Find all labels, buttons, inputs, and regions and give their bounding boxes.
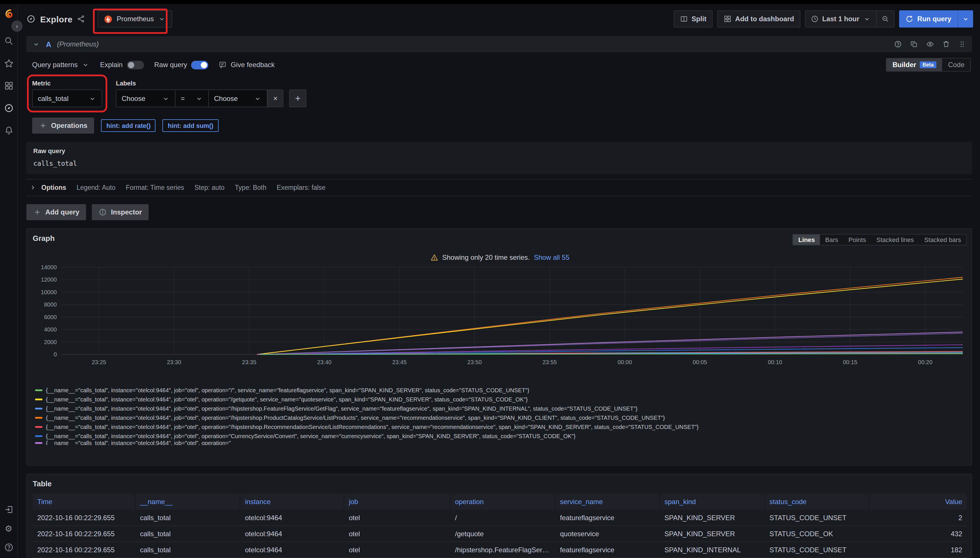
query-help-icon[interactable] <box>894 40 902 48</box>
graph-mode-stacked-bars[interactable]: Stacked bars <box>919 235 966 245</box>
sidebar-expand-button[interactable]: › <box>12 21 22 31</box>
option-exemplars: Exemplars: false <box>277 184 326 191</box>
column-header-time[interactable]: Time <box>33 494 135 510</box>
hide-response-eye-icon[interactable] <box>926 40 934 48</box>
remove-label-filter-button[interactable]: × <box>267 89 283 107</box>
show-all-series-link[interactable]: Show all 55 <box>534 253 569 261</box>
legend-item[interactable]: {__name__="calls_total", instance="otelc… <box>35 404 967 413</box>
option-legend: Legend: Auto <box>77 184 116 191</box>
settings-gear-icon[interactable]: ⚙ <box>5 524 13 533</box>
graph-mode-switcher: LinesBarsPointsStacked linesStacked bars <box>793 234 967 245</box>
legend-item[interactable]: {__name__="calls_total", instance="otelc… <box>35 413 967 422</box>
add-operation-button[interactable]: Operations <box>32 118 94 134</box>
legend-item[interactable]: {__name__="calls_total", instance="otelc… <box>35 422 967 431</box>
add-query-button[interactable]: Add query <box>26 204 86 220</box>
search-icon[interactable] <box>4 36 13 46</box>
feedback-comment-icon <box>219 61 227 69</box>
explain-switch[interactable] <box>127 61 144 69</box>
column-header-instance[interactable]: instance <box>240 494 344 510</box>
raw-query-switch[interactable] <box>191 61 208 69</box>
label-value-select[interactable]: Choose <box>208 89 267 107</box>
run-query-dropdown[interactable] <box>958 10 973 28</box>
give-feedback-link[interactable]: Give feedback <box>219 61 275 69</box>
dashboards-icon[interactable] <box>4 81 13 90</box>
help-icon[interactable] <box>4 543 13 552</box>
table-cell: featureflagservice <box>556 542 660 558</box>
column-header-status_code[interactable]: status_code <box>765 494 869 510</box>
grafana-explore-page: ⚙ › Explore Prometheus Split <box>0 0 980 558</box>
zoom-out-icon <box>881 15 889 23</box>
column-header-span_kind[interactable]: span_kind <box>660 494 765 510</box>
drag-handle-icon[interactable] <box>958 40 966 48</box>
option-format: Format: Time series <box>126 184 184 191</box>
legend-item[interactable]: {__name__="calls_total", instance="otelc… <box>35 395 967 404</box>
column-header-job[interactable]: job <box>344 494 451 510</box>
run-query-button[interactable]: Run query <box>899 10 973 28</box>
options-collapse[interactable]: Options <box>29 184 66 192</box>
datasource-picker[interactable]: Prometheus <box>98 10 172 28</box>
legend-label: {__name__="calls_total", instance="otelc… <box>46 387 529 393</box>
time-range-value[interactable]: Last 1 hour <box>806 11 876 27</box>
duplicate-query-icon[interactable] <box>910 40 918 48</box>
tab-builder[interactable]: Builder Beta <box>887 59 942 71</box>
metric-field-label: Metric <box>32 80 102 87</box>
table-cell: quoteservice <box>556 526 660 542</box>
remove-query-trash-icon[interactable] <box>942 40 950 48</box>
column-header-value[interactable]: Value <box>869 494 967 510</box>
legend-item[interactable]: {__name__="calls_total", instance="otelc… <box>35 386 967 395</box>
table-cell: calls_total <box>135 510 240 525</box>
query-patterns-dropdown[interactable]: Query patterns <box>32 61 90 69</box>
grafana-logo-icon[interactable] <box>3 8 14 20</box>
label-name-select[interactable]: Choose <box>116 89 175 107</box>
share-icon[interactable] <box>77 15 85 23</box>
sidebar: ⚙ <box>0 4 18 558</box>
table-panel-title: Table <box>33 479 967 488</box>
column-header-__name__[interactable]: __name__ <box>135 494 240 510</box>
legend-item[interactable]: {__name__="calls_total", instance="otelc… <box>35 431 967 440</box>
hint-add-sum-button[interactable]: hint: add sum() <box>163 119 219 132</box>
column-header-service_name[interactable]: service_name <box>556 494 660 510</box>
raw-query-toggle[interactable]: Raw query <box>154 61 208 69</box>
table-cell: otel <box>344 510 451 525</box>
raw-query-text: calls_total <box>33 159 965 167</box>
table-cell: 2 <box>869 510 967 525</box>
graph-mode-stacked-lines[interactable]: Stacked lines <box>871 235 919 245</box>
metric-select[interactable]: calls_total <box>32 89 102 107</box>
series-line <box>260 333 963 354</box>
graph-mode-lines[interactable]: Lines <box>793 235 820 245</box>
sign-in-icon[interactable] <box>4 505 13 514</box>
legend-item[interactable]: {__name__="calls_total", instance="otelc… <box>35 440 967 445</box>
starred-icon[interactable] <box>4 59 13 68</box>
raw-query-preview: Raw query calls_total <box>26 142 972 174</box>
refresh-icon <box>905 15 913 23</box>
time-range-picker[interactable]: Last 1 hour <box>805 10 894 28</box>
editor-mode-tabs: Builder Beta Code <box>886 58 971 72</box>
add-to-dashboard-button[interactable]: Add to dashboard <box>717 10 801 28</box>
split-button[interactable]: Split <box>674 10 713 28</box>
table-row: 2022-10-16 00:22:29.655calls_totalotelco… <box>33 510 967 526</box>
graph-svg[interactable]: 0200040006000800010000120001400023:2523:… <box>33 261 971 381</box>
column-header-operation[interactable]: operation <box>451 494 556 510</box>
explore-compass-icon[interactable] <box>4 103 13 113</box>
graph-mode-bars[interactable]: Bars <box>820 235 843 245</box>
query-row-header[interactable]: A (Prometheus) <box>26 36 972 52</box>
hint-add-rate-button[interactable]: hint: add rate() <box>101 119 156 132</box>
table-cell: / <box>451 510 556 525</box>
y-axis-tick-label: 8000 <box>44 301 57 308</box>
table-cell: SPAN_KIND_SERVER <box>660 526 765 542</box>
table-cell: 2022-10-16 00:22:29.655 <box>33 510 135 525</box>
legend-label: {__name__="calls_total", instance="otelc… <box>46 396 528 402</box>
labels-field-label: Labels <box>116 80 306 87</box>
alerting-bell-icon[interactable] <box>4 126 13 135</box>
label-operator-select[interactable]: = <box>175 89 208 107</box>
query-datasource-hint: (Prometheus) <box>57 40 99 48</box>
graph-mode-points[interactable]: Points <box>844 235 871 245</box>
collapse-chevron-icon[interactable] <box>32 40 40 48</box>
time-zoom-out-button[interactable] <box>876 11 894 27</box>
y-axis-tick-label: 2000 <box>44 339 57 345</box>
plus-icon <box>33 208 41 216</box>
tab-code[interactable]: Code <box>942 59 970 71</box>
inspector-button[interactable]: Inspector <box>92 204 149 220</box>
add-label-filter-button[interactable]: + <box>289 89 306 107</box>
explain-toggle[interactable]: Explain <box>100 61 144 69</box>
